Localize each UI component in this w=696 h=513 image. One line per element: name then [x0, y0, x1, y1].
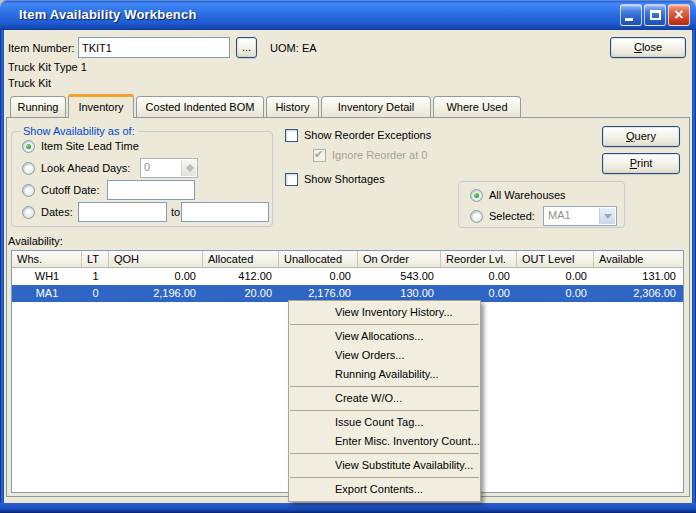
radio-off-icon [22, 206, 35, 219]
radio-label: Dates: [41, 206, 73, 218]
menu-item-view-substitute-availability[interactable]: View Substitute Availability... [289, 456, 480, 475]
menu-item-view-orders[interactable]: View Orders... [289, 346, 480, 365]
cell-on-order: 543.00 [358, 268, 441, 285]
tab-inventory-detail[interactable]: Inventory Detail [321, 96, 431, 117]
cell-available: 131.00 [594, 268, 683, 285]
menu-item-view-inventory-history[interactable]: View Inventory History... [289, 303, 480, 322]
column-header-qoh: QOH [109, 251, 203, 267]
radio-all-warehouses[interactable]: All Warehouses [470, 188, 566, 202]
radio-label: Cutoff Date: [41, 184, 100, 196]
radio-label: Selected: [489, 210, 535, 222]
maximize-icon [650, 10, 661, 20]
item-browse-button[interactable]: ... [236, 37, 257, 58]
radio-on-icon [22, 140, 35, 153]
cell-allocated: 20.00 [203, 285, 279, 302]
chevron-down-icon [604, 214, 612, 219]
spinner-arrows[interactable] [181, 160, 196, 176]
titlebar[interactable]: Item Availability Workbench × [0, 0, 696, 30]
availability-label: Availability: [8, 235, 63, 247]
dates-to-label: to [171, 206, 180, 218]
tab-running[interactable]: Running [10, 96, 66, 117]
checkbox-label: Show Reorder Exceptions [304, 129, 431, 141]
column-header-available: Available [594, 251, 683, 267]
look-ahead-days-value: 0 [144, 161, 150, 173]
radio-on-icon [470, 189, 483, 202]
print-button[interactable]: Print [602, 153, 680, 174]
warehouse-select-value: MA1 [548, 209, 571, 221]
uom-value: EA [302, 42, 317, 54]
radio-cutoff-date[interactable]: Cutoff Date: [22, 183, 100, 197]
item-number-input[interactable] [78, 37, 230, 58]
dates-to-input[interactable] [181, 202, 269, 222]
menu-item-running-availability[interactable]: Running Availability... [289, 365, 480, 384]
uom-label: UOM: [270, 42, 299, 54]
item-description-line1: Truck Kit Type 1 [8, 61, 87, 73]
radio-look-ahead-days[interactable]: Look Ahead Days: [22, 161, 130, 175]
minimize-icon [625, 18, 633, 21]
checkbox-unchecked-icon [285, 173, 298, 186]
menu-separator [290, 324, 479, 325]
menu-item-enter-misc-inventory-count[interactable]: Enter Misc. Inventory Count... [289, 432, 480, 451]
menu-separator [290, 386, 479, 387]
column-header-out-level: OUT Level [517, 251, 594, 267]
menu-separator [290, 477, 479, 478]
checkbox-label: Ignore Reorder at 0 [332, 149, 427, 161]
tab-inventory[interactable]: Inventory [68, 94, 134, 118]
checkbox-ignore-reorder-at-0[interactable]: Ignore Reorder at 0 [313, 148, 427, 162]
radio-selected-warehouse[interactable]: Selected: [470, 209, 535, 223]
radio-item-site-lead-time[interactable]: Item Site Lead Time [22, 139, 139, 153]
look-ahead-days-spinner[interactable]: 0 [140, 158, 198, 178]
radio-label: All Warehouses [489, 189, 566, 201]
cell-qoh: 2,196.00 [109, 285, 203, 302]
column-header-unallocated: Unallocated [279, 251, 358, 267]
checkbox-show-shortages[interactable]: Show Shortages [285, 172, 385, 186]
dates-from-input[interactable] [78, 202, 167, 222]
table-header: Whs. LT QOH Allocated Unallocated On Ord… [12, 251, 683, 268]
radio-label: Look Ahead Days: [41, 162, 130, 174]
context-menu: View Inventory History... View Allocatio… [288, 300, 481, 502]
cell-unallocated: 0.00 [279, 268, 358, 285]
table-row-wh1[interactable]: WH1 1 0.00 412.00 0.00 543.00 0.00 0.00 … [12, 268, 683, 285]
cell-out-level: 0.00 [517, 285, 594, 302]
menu-item-view-allocations[interactable]: View Allocations... [289, 327, 480, 346]
cell-allocated: 412.00 [203, 268, 279, 285]
combo-dropdown-button[interactable] [599, 208, 615, 224]
tab-history[interactable]: History [266, 96, 319, 117]
cell-lt: 1 [82, 268, 109, 285]
close-button[interactable]: Close [610, 37, 686, 58]
spinner-down-icon [186, 168, 194, 172]
radio-off-icon [22, 184, 35, 197]
warehouse-select[interactable]: MA1 [543, 206, 617, 226]
checkbox-label: Show Shortages [304, 173, 385, 185]
close-button-label: Close [611, 38, 685, 56]
item-availability-workbench-window: Item Availability Workbench × Item Numbe… [0, 0, 696, 513]
query-button[interactable]: Query [602, 126, 680, 147]
menu-separator [290, 453, 479, 454]
cell-out-level: 0.00 [517, 268, 594, 285]
column-header-lt: LT [82, 251, 109, 267]
minimize-button[interactable] [620, 4, 642, 26]
cell-qoh: 0.00 [109, 268, 203, 285]
menu-item-issue-count-tag[interactable]: Issue Count Tag... [289, 413, 480, 432]
close-window-button[interactable]: × [668, 4, 690, 26]
close-icon: × [669, 5, 689, 25]
cell-available: 2,306.00 [594, 285, 683, 302]
cutoff-date-input[interactable] [107, 180, 195, 200]
menu-separator [290, 410, 479, 411]
column-header-allocated: Allocated [203, 251, 279, 267]
radio-dates[interactable]: Dates: [22, 205, 73, 219]
window-border-right [692, 30, 696, 513]
print-button-label: Print [603, 154, 679, 172]
radio-off-icon [470, 210, 483, 223]
tab-where-used[interactable]: Where Used [433, 96, 521, 117]
query-button-label: Query [603, 127, 679, 145]
radio-off-icon [22, 162, 35, 175]
menu-item-export-contents[interactable]: Export Contents... [289, 480, 480, 499]
cell-whs: MA1 [12, 285, 82, 302]
tab-costed-indented-bom[interactable]: Costed Indented BOM [136, 96, 264, 117]
radio-label: Item Site Lead Time [41, 140, 139, 152]
menu-item-create-wo[interactable]: Create W/O... [289, 389, 480, 408]
checkbox-show-reorder-exceptions[interactable]: Show Reorder Exceptions [285, 128, 431, 142]
maximize-button[interactable] [644, 4, 666, 26]
cell-reorder-lvl: 0.00 [441, 268, 517, 285]
